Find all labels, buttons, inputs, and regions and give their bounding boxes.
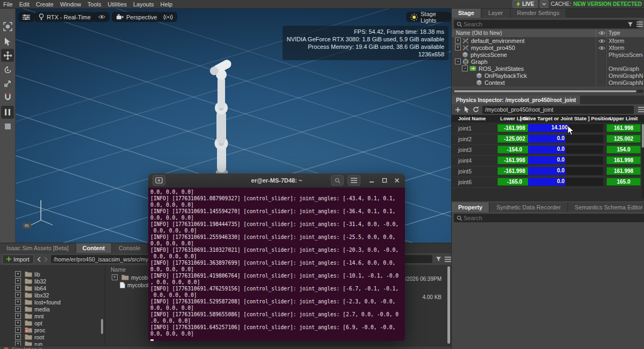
add-icon[interactable] [455,107,461,113]
tab-content[interactable]: Content [76,243,112,253]
tree-scrollbar[interactable] [101,319,103,334]
tab-stage[interactable]: Stage [452,8,481,18]
pi-options-menu-icon[interactable] [638,107,644,112]
stage-lights-button[interactable]: Stage Lights [406,12,451,22]
lower-limit-value[interactable]: -154.0 [497,146,532,154]
collapse-icon[interactable]: − [462,66,468,71]
refresh-icon[interactable] [473,106,479,113]
move-button[interactable] [1,49,14,62]
live-dropdown-button[interactable] [540,0,548,8]
expand-icon[interactable]: + [15,327,21,333]
position-slider[interactable]: 0.0 [528,135,603,143]
lower-limit-value[interactable]: -161.998 [497,124,532,132]
menu-item-utilities[interactable]: Utilities [105,1,130,8]
expand-icon[interactable]: + [15,285,21,291]
visibility-button[interactable] [93,12,110,22]
stop-button[interactable] [1,120,14,133]
expand-icon[interactable]: + [455,45,461,50]
import-button[interactable]: Import [2,255,34,264]
lower-limit-value[interactable]: -161.998 [497,156,532,164]
filter-icon[interactable] [627,21,633,27]
content-options-icon[interactable] [445,257,451,262]
folder-item-lib[interactable]: +lib [0,271,105,278]
menu-item-edit[interactable]: Edit [16,1,33,8]
lower-limit-value[interactable]: -161.998 [497,167,532,175]
collapse-icon[interactable]: − [455,59,461,64]
terminal-search-button[interactable] [331,175,344,186]
terminal-window[interactable]: er@er-MS-7D48: ~ 0.0, 0.0, 0.0][INFO] [1… [148,173,405,341]
property-search-input[interactable] [454,214,644,222]
folder-item-mnt[interactable]: +mnt [0,312,105,319]
menu-item-window[interactable]: Window [57,1,84,8]
expand-icon[interactable]: + [15,341,21,346]
tab-synthetic-data-recorder[interactable]: Synthetic Data Recorder [490,202,567,212]
menu-item-tools[interactable]: Tools [84,1,105,8]
tab-property[interactable]: Property [452,202,489,212]
position-slider[interactable]: 0.0 [528,156,603,164]
maximize-button[interactable] [378,175,391,186]
lower-limit-value[interactable]: -165.0 [497,178,532,186]
lower-limit-value[interactable]: -125.002 [497,135,532,143]
upper-limit-value[interactable]: 165.0 [606,178,641,186]
snap-magnet-button[interactable] [1,91,14,104]
upper-limit-value[interactable]: 161.998 [606,167,641,175]
terminal-menu-button[interactable] [348,175,360,186]
expand-icon[interactable]: + [15,334,21,340]
folder-item-root[interactable]: +root [0,333,105,340]
menu-item-layouts[interactable]: Layouts [130,1,157,8]
nav-forward-icon[interactable] [44,257,48,262]
expand-icon[interactable]: + [455,38,461,43]
folder-item-media[interactable]: +media [0,306,105,312]
name-column-header[interactable]: Name (Old to New) [456,30,502,36]
expand-icon[interactable]: + [15,306,21,312]
expand-icon[interactable]: + [15,278,21,284]
folder-item-lost-found[interactable]: +lost+found [0,299,105,306]
menu-item-help[interactable]: Help [157,1,176,8]
upper-limit-value[interactable]: 125.002 [606,135,641,143]
live-sync-button[interactable]: LIVE [512,0,538,8]
position-slider[interactable]: 14.100 [528,124,603,132]
upper-limit-value[interactable]: 154.0 [606,146,641,154]
expand-icon[interactable]: + [112,274,118,280]
stage-tree-item-mycobot_pro450[interactable]: +mycobot_pro450Xform [452,44,644,51]
tab-render-settings[interactable]: Render Settings [511,8,566,18]
folder-item-run[interactable]: +run [0,340,105,346]
file-list-scrollbar[interactable] [447,266,450,344]
folder-item-lib32[interactable]: +lib32 [0,278,105,285]
file-name-column[interactable]: Name [111,266,126,273]
stage-horizontal-scrollbar[interactable] [453,90,643,93]
stage-search-input[interactable] [454,20,639,28]
tab-layer[interactable]: Layer [482,8,510,18]
upper-limit-value[interactable]: 161.998 [606,156,641,164]
expand-icon[interactable]: + [15,271,21,277]
expand-icon[interactable]: + [15,320,21,326]
physics-inspector-tab[interactable]: Physics Inspector: /mycobot_pro450/root_… [452,96,580,104]
menu-item-file[interactable]: File [0,1,16,8]
tab-console[interactable]: Console [112,243,147,253]
position-slider[interactable]: 0.0 [528,178,603,186]
position-slider[interactable]: 0.0 [528,167,603,175]
stage-tree-item-ros_jointstates[interactable]: −ROS_JointStatesOmniGraph [452,65,644,72]
stage-tree-item-physicsscene[interactable]: physicsScenePhysicsScene [452,51,644,58]
expand-icon[interactable]: + [15,313,21,319]
terminal-output[interactable]: 0.0, 0.0, 0.0][INFO] [1776310691.0879093… [148,188,405,341]
folder-item-opt[interactable]: +opt [0,319,105,326]
viewport-settings-button[interactable] [18,12,34,22]
type-column-header[interactable]: Type [609,30,620,36]
audio-waves-button[interactable] [159,12,177,22]
expand-icon[interactable]: + [15,299,21,305]
pause-button[interactable] [1,106,14,119]
options-menu-icon[interactable] [636,21,643,27]
folder-item-libx32[interactable]: +libx32 [0,292,105,299]
scale-button[interactable] [1,77,14,90]
menu-item-create[interactable]: Create [33,1,57,8]
stage-tree-item-default_environment[interactable]: +default_environmentXform [452,37,644,44]
nav-back-icon[interactable] [37,257,41,262]
stage-tree-item-onplaybacktick[interactable]: OnPlaybackTickOmniGraphNod [452,72,644,79]
stage-tree-item-graph[interactable]: −Graph [452,58,644,65]
frame-selection-button[interactable] [1,20,14,33]
content-filter-icon[interactable] [436,256,442,262]
joint-path-field[interactable] [482,106,634,114]
tab-semantics-schema-editor[interactable]: Semantics Schema Editor [568,202,644,212]
select-button[interactable] [1,35,14,48]
